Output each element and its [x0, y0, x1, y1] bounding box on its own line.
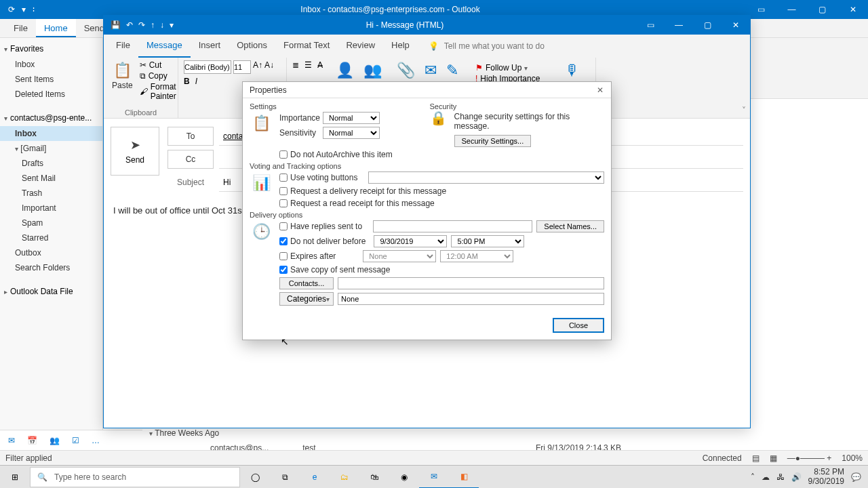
categories-button[interactable]: Categories▾ [279, 292, 334, 306]
copy-button[interactable]: ⧉Copy [140, 71, 176, 81]
nav-searchfolders[interactable]: Search Folders [0, 260, 102, 275]
grow-font-icon[interactable]: A↑ [253, 60, 262, 74]
nav-starred[interactable]: Starred [0, 230, 102, 245]
delivery-receipt-checkbox[interactable]: Request a delivery receipt for this mess… [279, 186, 446, 196]
use-voting-checkbox[interactable]: Use voting buttons [279, 173, 357, 182]
msgtab-message[interactable]: Message [138, 35, 191, 58]
msgtab-formattext[interactable]: Format Text [275, 35, 338, 58]
tell-me-box[interactable]: 💡Tell me what you want to do [418, 35, 545, 58]
bold-icon[interactable]: B [184, 77, 190, 86]
contacts-button[interactable]: Contacts... [279, 277, 334, 289]
address-book-icon[interactable]: 👤 [333, 60, 357, 81]
expires-after-checkbox[interactable]: Expires after [279, 251, 336, 261]
nav-gmail[interactable]: ▾ [Gmail] [0, 141, 102, 156]
contacts-field[interactable] [338, 277, 604, 289]
msgtab-review[interactable]: Review [338, 35, 383, 58]
do-not-deliver-checkbox[interactable]: Do not deliver before [279, 237, 366, 246]
cc-button[interactable]: Cc [167, 150, 214, 169]
attach-item-icon[interactable]: ✉ [422, 60, 439, 81]
zoom-slider[interactable]: —●——— + [787, 453, 832, 463]
account-header[interactable]: ▾contactus@psg-ente... [0, 110, 102, 126]
deliver-date-select[interactable]: 9/30/2019 [374, 235, 447, 247]
sensitivity-select[interactable]: Normal [323, 127, 380, 139]
more-icon[interactable]: … [92, 436, 100, 445]
msgtab-help[interactable]: Help [383, 35, 418, 58]
expires-date-select[interactable]: None [363, 250, 436, 262]
tray-chevron-icon[interactable]: ˄ [751, 472, 755, 482]
outlook-taskbar-icon[interactable]: ✉ [419, 466, 449, 489]
qat-undo-icon[interactable]: ↶ [126, 20, 133, 30]
nav-important[interactable]: Important [0, 201, 102, 216]
tray-network-icon[interactable]: 🖧 [776, 472, 785, 482]
msgwin-ribbon-display-icon[interactable]: ▭ [636, 16, 665, 35]
nav-trash[interactable]: Trash [0, 186, 102, 201]
nav-spam[interactable]: Spam [0, 216, 102, 230]
calendar-icon[interactable]: 📅 [27, 436, 37, 445]
chrome-icon[interactable]: ◉ [389, 466, 419, 489]
save-copy-checkbox[interactable]: Save copy of sent message [279, 265, 390, 274]
people-icon[interactable]: 👥 [50, 436, 60, 445]
qat-save-icon[interactable]: 💾 [111, 20, 121, 30]
font-size-combo[interactable] [233, 60, 251, 74]
cut-button[interactable]: ✂Cut [140, 60, 176, 70]
nav-inbox-fav[interactable]: Inbox [0, 57, 102, 72]
deliver-time-select[interactable]: 5:00 PM [451, 235, 524, 247]
voting-buttons-select[interactable] [368, 171, 604, 184]
store-icon[interactable]: 🛍 [359, 466, 389, 489]
have-replies-checkbox[interactable]: Have replies sent to [279, 222, 362, 231]
attach-file-icon[interactable]: 📎 [394, 60, 418, 81]
no-autoarchive-checkbox[interactable]: Do not AutoArchive this item [279, 150, 393, 159]
select-names-button[interactable]: Select Names... [536, 220, 604, 232]
view-normal-icon[interactable]: ▤ [752, 453, 760, 463]
start-button[interactable]: ⊞ [0, 466, 30, 489]
nav-drafts[interactable]: Drafts [0, 156, 102, 171]
msgwin-close-button[interactable]: ✕ [722, 16, 750, 35]
favorites-header[interactable]: ▾Favorites [0, 41, 102, 57]
follow-up-button[interactable]: ⚑Follow Up ▾ [475, 63, 546, 73]
tab-send-receive[interactable]: Send / Receive [76, 19, 103, 37]
to-button[interactable]: To [167, 127, 214, 146]
qat-dropdown-icon[interactable]: ▾ [22, 5, 26, 14]
msgtab-file[interactable]: File [108, 35, 138, 58]
importance-select[interactable]: Normal [323, 112, 380, 124]
bullets-icon[interactable]: ≣ [292, 60, 299, 70]
check-names-icon[interactable]: 👥 [361, 60, 384, 81]
snagit-icon[interactable]: ◧ [449, 466, 479, 489]
maximize-button[interactable]: ▢ [807, 0, 837, 19]
security-settings-button[interactable]: Security Settings... [454, 135, 532, 147]
qat-next-icon[interactable]: ↓ [160, 20, 164, 30]
nav-sentmail[interactable]: Sent Mail [0, 171, 102, 186]
numbering-icon[interactable]: ☰ [304, 60, 312, 70]
expires-time-select[interactable]: 12:00 AM [440, 250, 513, 262]
nav-deleteditems-fav[interactable]: Deleted Items [0, 87, 102, 102]
taskbar-search[interactable]: 🔍 Type here to search [30, 467, 240, 487]
signature-icon[interactable]: ✎ [443, 60, 461, 81]
autosave-icon[interactable]: ⟳ [8, 5, 15, 14]
msgwin-maximize-button[interactable]: ▢ [693, 16, 722, 35]
collapse-ribbon-icon[interactable]: ˅ [742, 106, 746, 115]
close-button-dialog[interactable]: Close [553, 318, 604, 333]
mail-icon[interactable]: ✉ [8, 436, 15, 445]
italic-icon[interactable]: I [195, 77, 197, 86]
tray-onedrive-icon[interactable]: ☁ [762, 472, 770, 482]
close-button[interactable]: ✕ [837, 0, 868, 19]
taskview-icon[interactable]: ⧉ [270, 466, 300, 489]
tab-file[interactable]: File [5, 19, 36, 37]
clear-format-icon[interactable]: A̶ [317, 60, 323, 70]
tray-notifications-icon[interactable]: 💬 [851, 472, 861, 482]
font-name-combo[interactable] [184, 60, 231, 74]
properties-close-icon[interactable]: ✕ [593, 85, 607, 95]
nav-outbox[interactable]: Outbox [0, 245, 102, 260]
read-receipt-checkbox[interactable]: Request a read receipt for this message [279, 199, 435, 208]
tasks-icon[interactable]: ☑ [72, 436, 79, 445]
nav-sentitems-fav[interactable]: Sent Items [0, 72, 102, 87]
explorer-icon[interactable]: 🗂 [330, 466, 359, 489]
msgtab-options[interactable]: Options [229, 35, 275, 58]
datafile-header[interactable]: ▸Outlook Data File [0, 283, 102, 300]
view-reading-icon[interactable]: ▦ [770, 453, 777, 463]
msgwin-minimize-button[interactable]: — [665, 16, 693, 35]
have-replies-field[interactable] [373, 220, 532, 232]
qat-prev-icon[interactable]: ↑ [151, 20, 155, 30]
categories-field[interactable] [338, 293, 604, 305]
minimize-button[interactable]: — [776, 0, 807, 19]
